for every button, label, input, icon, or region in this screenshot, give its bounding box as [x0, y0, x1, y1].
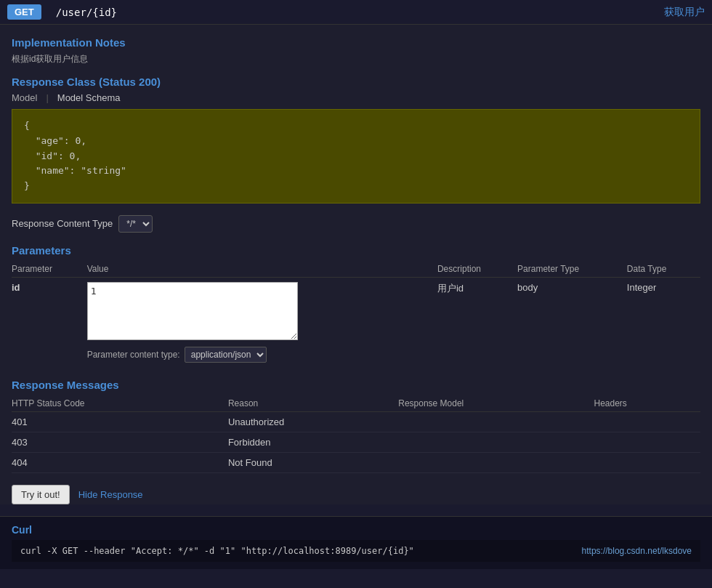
api-title: 获取用户 — [664, 6, 705, 19]
response-status-code: 404 — [12, 452, 228, 472]
response-messages-heading: Response Messages — [12, 379, 700, 391]
response-class-heading: Response Class (Status 200) — [12, 76, 700, 88]
content-type-select[interactable]: */* — [118, 215, 153, 233]
implementation-notes-heading: Implementation Notes — [12, 36, 700, 49]
param-value-input[interactable] — [87, 282, 298, 340]
param-description: 用户id — [437, 277, 517, 367]
parameters-section: Parameters Parameter Value Description P… — [12, 244, 700, 367]
content-type-row: Response Content Type */* — [12, 215, 700, 233]
col-response-model: Response Model — [398, 395, 594, 412]
response-class-section: Response Class (Status 200) Model | Mode… — [12, 76, 700, 204]
model-tabs: Model | Model Schema — [12, 92, 700, 103]
endpoint-path: /user/{id} — [56, 7, 117, 18]
response-headers — [594, 432, 700, 452]
param-content-type-label: Parameter content type: — [87, 350, 180, 360]
response-messages-section: Response Messages HTTP Status Code Reaso… — [12, 379, 700, 473]
content-type-label: Response Content Type — [12, 218, 113, 229]
response-model — [398, 432, 594, 452]
buttons-row: Try it out! Hide Response — [12, 485, 700, 504]
col-data-type: Data Type — [627, 261, 700, 278]
response-status-code: 403 — [12, 432, 228, 452]
curl-link[interactable]: https://blog.csdn.net/lksdove — [582, 546, 692, 556]
response-headers — [594, 452, 700, 472]
param-value-cell: Parameter content type:application/json — [87, 277, 437, 367]
col-headers: Headers — [594, 395, 700, 412]
table-row: 401Unauthorized — [12, 411, 700, 432]
col-value: Value — [87, 261, 437, 278]
curl-code: curl -X GET --header "Accept: */*" -d "1… — [20, 546, 414, 556]
col-status-code: HTTP Status Code — [12, 395, 228, 412]
col-reason: Reason — [228, 395, 398, 412]
response-reason: Not Found — [228, 452, 398, 472]
implementation-notes-section: Implementation Notes 根据id获取用户信息 — [12, 36, 700, 65]
response-headers — [594, 411, 700, 432]
parameters-heading: Parameters — [12, 244, 700, 257]
col-parameter-type: Parameter Type — [517, 261, 627, 278]
main-content: Implementation Notes 根据id获取用户信息 Response… — [0, 25, 712, 504]
parameters-table: Parameter Value Description Parameter Ty… — [12, 261, 700, 367]
response-messages-table: HTTP Status Code Reason Response Model H… — [12, 395, 700, 473]
param-content-type-select[interactable]: application/json — [185, 347, 267, 363]
response-reason: Forbidden — [228, 432, 398, 452]
param-name: id — [12, 277, 87, 367]
try-it-out-button[interactable]: Try it out! — [12, 485, 70, 504]
response-status-code: 401 — [12, 411, 228, 432]
curl-section: Curl curl -X GET --header "Accept: */*" … — [0, 516, 712, 569]
tab-model[interactable]: Model — [12, 92, 37, 103]
table-row: 404Not Found — [12, 452, 700, 472]
col-description: Description — [437, 261, 517, 278]
response-reason: Unauthorized — [228, 411, 398, 432]
method-badge: GET — [7, 4, 41, 20]
table-row: idParameter content type:application/jso… — [12, 277, 700, 367]
curl-code-bar: curl -X GET --header "Accept: */*" -d "1… — [12, 540, 700, 562]
hide-response-link[interactable]: Hide Response — [78, 489, 143, 500]
curl-heading: Curl — [12, 524, 700, 536]
param-type: body — [517, 277, 627, 367]
implementation-notes-description: 根据id获取用户信息 — [12, 53, 700, 65]
json-code-block: { "age": 0, "id": 0, "name": "string" } — [12, 109, 700, 204]
tab-model-schema[interactable]: Model Schema — [57, 92, 121, 103]
response-model — [398, 452, 594, 472]
param-data-type: Integer — [627, 277, 700, 367]
top-bar: GET /user/{id} 获取用户 — [0, 0, 712, 25]
response-model — [398, 411, 594, 432]
table-row: 403Forbidden — [12, 432, 700, 452]
col-parameter: Parameter — [12, 261, 87, 278]
